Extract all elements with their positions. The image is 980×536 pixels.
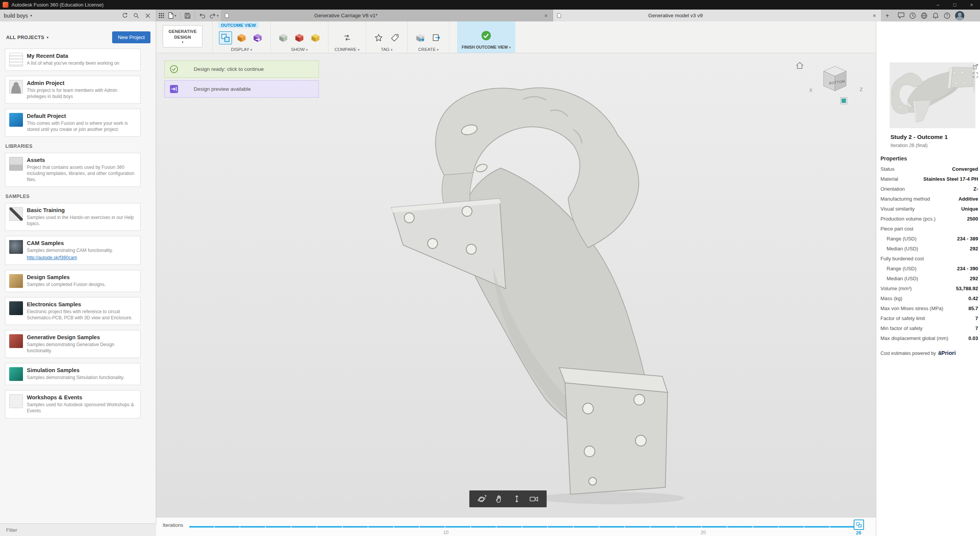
card-title: CAM Samples (27, 240, 113, 246)
property-value: 234 - 390 (957, 266, 978, 271)
thumbnail-actions (972, 64, 978, 78)
property-row: Max displacement global (mm)0.03 (880, 335, 978, 345)
project-card-assets[interactable]: AssetsProject that contains assets used … (5, 153, 140, 187)
card-text: Design SamplesSamples of completed Fusio… (27, 274, 106, 288)
create-group-label[interactable]: CREATE ▾ (418, 47, 439, 52)
current-iteration-button[interactable] (854, 520, 864, 530)
all-projects-label[interactable]: ALL PROJECTS (6, 35, 44, 40)
ribbon-group-show: SHOW ▾ (271, 21, 328, 53)
iterations-slider-track[interactable] (189, 526, 858, 528)
display-group-label[interactable]: DISPLAY ▾ (231, 47, 252, 52)
workspace-name-line1: GENERATIVE (168, 29, 197, 34)
tag-label-icon[interactable] (388, 31, 401, 44)
orbit-icon[interactable] (475, 492, 488, 505)
filter-input[interactable] (0, 527, 156, 533)
property-row: Factor of safety limit7 (880, 315, 978, 325)
history-clock-icon[interactable] (909, 12, 916, 19)
project-card-electronics-samples[interactable]: Electronics SamplesElectronic project fi… (5, 297, 140, 325)
undo-icon[interactable] (199, 13, 206, 18)
card-text: Default ProjectThis comes with Fusion an… (27, 113, 136, 132)
web-globe-icon[interactable] (921, 12, 928, 19)
property-row: Max von Mises stress (MPa)85.7 (880, 306, 978, 315)
viewcube-face-chip[interactable] (841, 98, 847, 104)
card-text: Basic TrainingSamples used in the Hands-… (27, 207, 136, 227)
preview-display-icon[interactable] (251, 31, 264, 44)
design-ready-banner[interactable]: Design ready: click to continue (164, 60, 319, 78)
property-row: Median (USD)292 (880, 276, 978, 286)
project-card-recent-data[interactable]: My Recent DataA list of what you've rece… (5, 49, 140, 71)
close-tab-icon[interactable]: × (543, 13, 549, 19)
create-design-from-outcome-icon[interactable] (414, 31, 427, 44)
outcome-subtitle: Iteration 26 (final) (890, 143, 928, 148)
home-view-icon[interactable] (795, 62, 804, 69)
project-card-design-samples[interactable]: Design SamplesSamples of completed Fusio… (5, 270, 140, 292)
popout-icon[interactable] (972, 64, 978, 70)
card-title: Assets (27, 157, 136, 163)
new-tab-icon[interactable]: + (882, 10, 893, 21)
property-row: OrientationZ- (880, 186, 978, 196)
window-titlebar: Autodesk Fusion 360 (Education License) … (0, 0, 980, 10)
window-title: Autodesk Fusion 360 (Education License) (11, 2, 104, 8)
property-row: Visual similarityUnique (880, 206, 978, 216)
file-menu-icon[interactable]: ▾ (168, 12, 176, 19)
save-icon[interactable] (185, 13, 191, 19)
default-project-icon (9, 113, 23, 127)
expand-icon[interactable] (972, 72, 978, 78)
close-button[interactable]: × (963, 0, 980, 10)
project-card-admin-project[interactable]: Admin ProjectThis project is for team me… (5, 76, 140, 104)
card-description: Samples demonstrating Simulation functio… (27, 375, 124, 381)
project-card-default-project[interactable]: Default ProjectThis comes with Fusion an… (5, 109, 140, 137)
axis-x-label: X (809, 88, 812, 93)
team-selector[interactable]: build boys (4, 13, 28, 19)
redo-icon[interactable]: ▾ (209, 13, 219, 18)
data-panel-scroll-area[interactable]: ALL PROJECTS ▾ New Project My Recent Dat… (0, 21, 156, 523)
viewcube[interactable]: BOTTOM (814, 59, 856, 101)
show-preserve-geometry-icon[interactable] (277, 31, 290, 44)
tag-group-label[interactable]: TAG ▾ (381, 47, 393, 52)
design-preview-banner[interactable]: Design preview available (164, 80, 319, 98)
maximize-button[interactable]: □ (946, 0, 963, 10)
outcome-view-display-icon[interactable] (219, 31, 232, 44)
new-project-button[interactable]: New Project (112, 31, 150, 43)
search-icon[interactable] (132, 11, 140, 20)
export-outcome-icon[interactable] (430, 31, 443, 44)
simulation-samples-icon (9, 367, 23, 381)
pan-hand-icon[interactable] (493, 492, 506, 505)
refresh-icon[interactable] (121, 11, 129, 20)
property-value: 292 (970, 246, 978, 252)
property-label: Visual similarity (880, 206, 915, 212)
card-link[interactable]: http://autode.sk/f360cam (27, 255, 77, 260)
finish-outcome-view-button[interactable]: FINISH OUTCOME VIEW ▾ (457, 21, 515, 53)
zoom-icon[interactable] (510, 492, 523, 505)
3d-viewport[interactable]: Design ready: click to continue Design p… (156, 53, 876, 517)
card-title: Electronics Samples (27, 301, 136, 307)
window-controls: – □ × (929, 0, 980, 10)
generative-outcome-model[interactable] (156, 53, 876, 517)
project-card-basic-training[interactable]: Basic TrainingSamples used in the Hands-… (5, 203, 140, 231)
iteration-view-icon[interactable] (235, 31, 248, 44)
project-card-workshops-events[interactable]: Workshops & EventsSamples used for Autod… (5, 390, 140, 418)
tab-generative-carriage[interactable]: Generative Carriage V6 v1* × (221, 10, 553, 21)
user-avatar[interactable] (955, 11, 964, 20)
minimize-button[interactable]: – (929, 0, 946, 10)
project-card-simulation-samples[interactable]: Simulation SamplesSamples demonstrating … (5, 363, 140, 385)
show-starting-shape-icon[interactable] (309, 31, 322, 44)
comment-icon[interactable] (898, 12, 905, 19)
compare-outcomes-icon[interactable] (341, 31, 354, 44)
show-group-label[interactable]: SHOW ▾ (291, 47, 308, 52)
tab-generative-model[interactable]: Generative model v3 v9 × (553, 10, 882, 21)
card-description: This comes with Fusion and is where your… (27, 121, 136, 132)
workspace-selector-button[interactable]: GENERATIVE DESIGN ▾ (163, 25, 203, 47)
project-card-cam-samples[interactable]: CAM SamplesSamples demonstrating CAM fun… (5, 236, 140, 265)
project-card-generative-design-samples[interactable]: Generative Design SamplesSamples demonst… (5, 330, 140, 358)
look-at-camera-icon[interactable] (528, 492, 541, 505)
compare-group-label[interactable]: COMPARE ▾ (335, 47, 359, 52)
close-panel-icon[interactable] (144, 11, 152, 20)
help-icon[interactable]: ? (944, 12, 951, 19)
data-panel-toggle-icon[interactable] (158, 13, 164, 18)
show-obstacle-geometry-icon[interactable] (293, 31, 306, 44)
outcome-thumbnail[interactable] (890, 62, 975, 128)
notification-bell-icon[interactable] (932, 12, 939, 19)
favorite-star-icon[interactable] (372, 31, 385, 44)
close-tab-icon[interactable]: × (871, 13, 877, 19)
